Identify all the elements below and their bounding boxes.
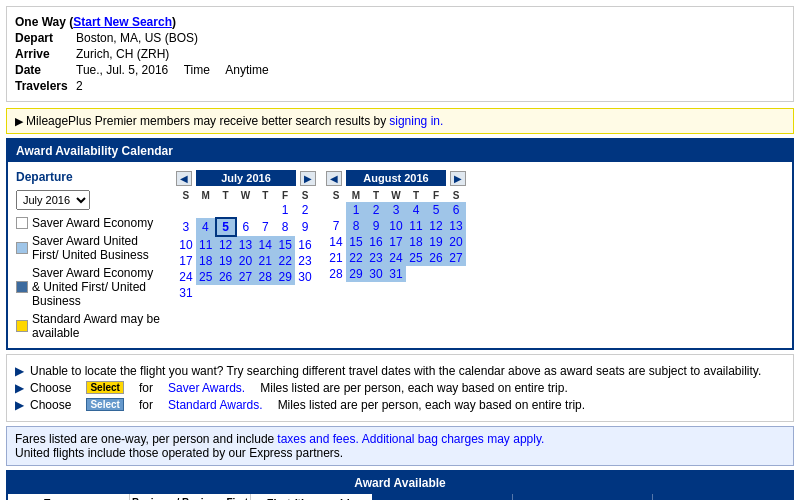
bag-charges-link[interactable]: Additional bag charges may apply.	[362, 432, 545, 446]
july-day[interactable]: 18	[196, 253, 216, 269]
aug-day[interactable]: 24	[386, 250, 406, 266]
aug-day[interactable]: 28	[326, 266, 346, 282]
july-prev-button[interactable]: ◀	[176, 171, 192, 186]
july-day[interactable]: 24	[176, 269, 196, 285]
tip3-arrow: ▶	[15, 398, 24, 412]
aug-day[interactable]: 9	[366, 218, 386, 234]
aug-day[interactable]: 7	[326, 218, 346, 234]
aug-title: August 2016	[346, 170, 446, 186]
aug-day[interactable]: 4	[406, 202, 426, 218]
aug-day[interactable]: 27	[446, 250, 466, 266]
date-label: Date	[15, 63, 70, 77]
july-day[interactable]: 16	[295, 236, 315, 253]
aug-day[interactable]: 13	[446, 218, 466, 234]
departure-label: Departure	[16, 170, 160, 184]
signing-in-link[interactable]: signing in.	[389, 114, 443, 128]
july-day[interactable]: 7	[255, 218, 275, 236]
aug-day[interactable]: 10	[386, 218, 406, 234]
july-day[interactable]: 25	[196, 269, 216, 285]
aug-day[interactable]: 14	[326, 234, 346, 250]
aug-day[interactable]: 3	[386, 202, 406, 218]
tip3-row: ▶ Choose Select for Standard Awards. Mil…	[15, 398, 785, 412]
aug-day[interactable]: 21	[326, 250, 346, 266]
july-calendar: ◀ July 2016 ▶ SMTWTFS 123456789101112131…	[176, 170, 316, 340]
aug-day[interactable]: 1	[346, 202, 366, 218]
july-title: July 2016	[196, 170, 296, 186]
july-day[interactable]: 23	[295, 253, 315, 269]
july-day[interactable]: 21	[255, 253, 275, 269]
july-day[interactable]: 15	[275, 236, 295, 253]
aug-day[interactable]: 8	[346, 218, 366, 234]
travelers-label: Travelers	[15, 79, 70, 93]
july-day[interactable]: 31	[176, 285, 196, 301]
aug-day[interactable]: 19	[426, 234, 446, 250]
aug-day[interactable]: 20	[446, 234, 466, 250]
aug-day[interactable]: 15	[346, 234, 366, 250]
aug-day[interactable]: 30	[366, 266, 386, 282]
august-calendar: ◀ August 2016 ▶ SMTWTFS 1234567891011121…	[326, 170, 466, 340]
fares-notice: Fares listed are one-way, per person and…	[6, 426, 794, 466]
aug-day[interactable]: 11	[406, 218, 426, 234]
tip1-arrow: ▶	[15, 364, 24, 378]
july-day[interactable]: 19	[216, 253, 236, 269]
july-day[interactable]: 27	[236, 269, 256, 285]
taxes-fees-link[interactable]: taxes and fees.	[277, 432, 358, 446]
tip3-rest: Miles listed are per person, each way ba…	[278, 398, 586, 412]
july-day[interactable]: 30	[295, 269, 315, 285]
calendar-legend: Saver Award Economy Saver Award United F…	[16, 216, 160, 340]
month-select[interactable]: July 2016	[16, 190, 90, 210]
aug-day[interactable]: 5	[426, 202, 446, 218]
july-day[interactable]: 13	[236, 236, 256, 253]
calendar-section: Award Availability Calendar Departure Ju…	[6, 138, 794, 350]
travelers-value: 2	[76, 79, 83, 93]
july-day[interactable]: 8	[275, 218, 295, 236]
july-dow: S	[295, 189, 315, 202]
july-day[interactable]: 26	[216, 269, 236, 285]
aug-day[interactable]: 23	[366, 250, 386, 266]
aug-day[interactable]: 29	[346, 266, 366, 282]
tip2-row: ▶ Choose Select for Saver Awards. Miles …	[15, 381, 785, 395]
july-day[interactable]: 3	[176, 218, 196, 236]
aug-day[interactable]: 12	[426, 218, 446, 234]
aug-day[interactable]: 26	[426, 250, 446, 266]
july-day[interactable]: 4	[196, 218, 216, 236]
departing-header: Departing	[373, 494, 513, 500]
aug-next-button[interactable]: ▶	[450, 171, 466, 186]
aug-day[interactable]: 25	[406, 250, 426, 266]
aug-day[interactable]: 18	[406, 234, 426, 250]
july-day[interactable]: 6	[236, 218, 256, 236]
july-dow: F	[275, 189, 295, 202]
saver-awards-link[interactable]: Saver Awards.	[168, 381, 245, 395]
july-day[interactable]: 9	[295, 218, 315, 236]
aug-day[interactable]: 6	[446, 202, 466, 218]
july-day[interactable]: 1	[275, 202, 295, 218]
aug-day[interactable]: 22	[346, 250, 366, 266]
aug-day[interactable]: 2	[366, 202, 386, 218]
july-day[interactable]: 22	[275, 253, 295, 269]
july-day[interactable]: 12	[216, 236, 236, 253]
july-day[interactable]: 28	[255, 269, 275, 285]
aug-day[interactable]: 16	[366, 234, 386, 250]
aug-prev-button[interactable]: ◀	[326, 171, 342, 186]
july-day[interactable]: 29	[275, 269, 295, 285]
calendar-title: Award Availability Calendar	[8, 140, 792, 162]
july-day[interactable]: 11	[196, 236, 216, 253]
july-day	[275, 285, 295, 301]
aug-day[interactable]: 31	[386, 266, 406, 282]
july-day[interactable]: 2	[295, 202, 315, 218]
aug-day[interactable]: 17	[386, 234, 406, 250]
july-day[interactable]: 20	[236, 253, 256, 269]
july-next-button[interactable]: ▶	[300, 171, 316, 186]
july-day[interactable]: 17	[176, 253, 196, 269]
time-value: Anytime	[225, 63, 268, 77]
standard-awards-link[interactable]: Standard Awards.	[168, 398, 263, 412]
july-dow: T	[216, 189, 236, 202]
july-day[interactable]: 10	[176, 236, 196, 253]
july-day	[216, 285, 236, 301]
arrive-value: Zurich, CH (ZRH)	[76, 47, 169, 61]
legend-standard-box	[16, 320, 28, 332]
start-new-search-link[interactable]: Start New Search	[73, 15, 172, 29]
july-day[interactable]: 5	[216, 218, 236, 236]
tip2-select-badge: Select	[86, 381, 123, 394]
july-day[interactable]: 14	[255, 236, 275, 253]
